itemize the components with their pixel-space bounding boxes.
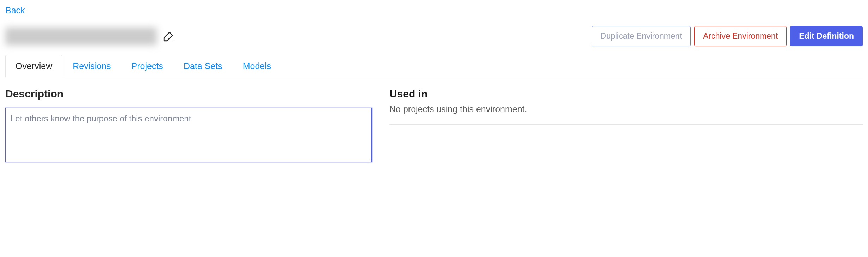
title-area [5, 28, 175, 45]
tab-revisions[interactable]: Revisions [62, 55, 121, 77]
tab-overview[interactable]: Overview [5, 55, 62, 77]
duplicate-environment-button[interactable]: Duplicate Environment [592, 26, 691, 46]
back-link[interactable]: Back [5, 5, 25, 16]
description-section: Description [5, 88, 372, 164]
used-in-section: Used in No projects using this environme… [389, 88, 863, 164]
pencil-icon[interactable] [162, 30, 175, 43]
description-textarea[interactable] [5, 108, 372, 162]
environment-title-redacted [5, 28, 157, 45]
edit-definition-button[interactable]: Edit Definition [790, 26, 863, 46]
header-row: Duplicate Environment Archive Environmen… [5, 26, 863, 46]
tab-data-sets[interactable]: Data Sets [173, 55, 233, 77]
used-in-empty-text: No projects using this environment. [389, 104, 863, 125]
archive-environment-button[interactable]: Archive Environment [694, 26, 787, 46]
description-heading: Description [5, 88, 372, 100]
action-buttons: Duplicate Environment Archive Environmen… [592, 26, 863, 46]
tab-projects[interactable]: Projects [121, 55, 173, 77]
content-row: Description Used in No projects using th… [5, 88, 863, 164]
used-in-heading: Used in [389, 88, 863, 100]
tab-models[interactable]: Models [233, 55, 282, 77]
tabs: Overview Revisions Projects Data Sets Mo… [5, 55, 863, 77]
